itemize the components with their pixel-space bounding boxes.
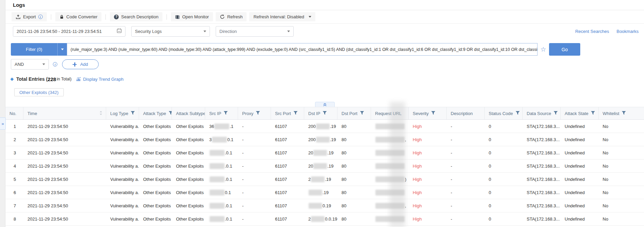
cell-src-port: 61107 — [271, 186, 304, 199]
collapsed-sidebar-strip[interactable] — [0, 0, 5, 227]
column-header-time: Time — [23, 107, 106, 119]
toolbar: ExportiCode Converter?Search Description… — [5, 10, 644, 24]
filter-funnel-icon[interactable] — [323, 111, 327, 116]
refresh-button[interactable]: Refresh — [216, 12, 247, 21]
log-category-select[interactable]: Security Logs — [131, 26, 210, 37]
cell-dst-ip: 0.19 — [304, 199, 337, 212]
table-row[interactable]: 32021-11-29 23:54:50Vulnerability a...Ot… — [5, 146, 644, 159]
redacted-block — [210, 216, 225, 222]
table-row[interactable]: 52021-11-29 23:54:50Vulnerability a...Ot… — [5, 173, 644, 186]
cell-text: No — [603, 164, 608, 169]
display-trend-graph-link[interactable]: Display Trend Graph — [76, 77, 123, 82]
table-row[interactable]: 72021-11-29 23:54:50Vulnerability a...Ot… — [5, 199, 644, 212]
filter-dropdown-toggle[interactable] — [57, 43, 67, 56]
sort-icon[interactable] — [99, 111, 102, 116]
search-description-button[interactable]: ?Search Description — [110, 12, 162, 21]
filter-funnel-icon[interactable] — [553, 111, 558, 116]
bookmarks-link[interactable]: Bookmarks — [617, 29, 639, 34]
cell-attack-state: Undefined — [561, 159, 599, 172]
date-range-input[interactable]: 2021-11-26 23:54:50 - 2021-11-29 23:54:5… — [13, 26, 125, 37]
collapse-table-tab[interactable] — [315, 102, 335, 107]
cell-text: 80 — [341, 124, 346, 129]
cell-text: .19 — [325, 177, 331, 182]
log-category-value: Security Logs — [135, 29, 162, 34]
table-row[interactable]: 62021-11-29 23:54:50Vulnerability a...Ot… — [5, 186, 644, 199]
other-exploits-chip[interactable]: Other Exploits (342) — [14, 88, 64, 96]
filter-funnel-icon[interactable] — [591, 111, 595, 116]
filter-funnel-icon[interactable] — [169, 111, 172, 116]
filter-row: Filter (0) (rule_major_type:3) AND (rule… — [11, 43, 639, 56]
cell-severity: High — [409, 212, 447, 225]
table-row[interactable]: 42021-11-29 23:54:50Vulnerability a...Ot… — [5, 159, 644, 173]
add-condition-button[interactable]: Add — [62, 59, 99, 69]
cell-text: .1 — [230, 124, 233, 129]
filter-funnel-icon[interactable] — [293, 111, 298, 116]
cell-src-port: 61107 — [271, 212, 304, 225]
direction-select[interactable]: Direction — [216, 26, 294, 37]
redacted-block — [375, 163, 405, 169]
column-label: Attack Type — [143, 111, 166, 116]
cell-attack-type: Other Exploits — [139, 199, 172, 212]
cell-attack-type: Other Exploits — [139, 173, 172, 186]
redacted-block — [313, 150, 327, 156]
cell-text: Other Exploits — [143, 216, 171, 222]
cell-text: .0.1 — [225, 216, 232, 222]
cell-text: 2021-11-29 23:54:50 — [27, 164, 68, 169]
export-icon — [16, 15, 21, 19]
redacted-block — [375, 150, 405, 156]
redacted-block — [210, 203, 225, 209]
bookmark-star-icon[interactable]: ☆ — [538, 43, 549, 56]
cell-severity: High — [409, 199, 447, 212]
cell-text: Undefined — [565, 177, 585, 182]
table-row[interactable]: 12021-11-29 23:54:50Vulnerability a...Ot… — [5, 120, 644, 133]
code-converter-button[interactable]: Code Converter — [55, 12, 102, 21]
cell-text: 0.0.19 — [325, 216, 337, 222]
toolbar-button-label: Refresh — [227, 14, 243, 19]
recent-searches-link[interactable]: Recent Searches — [575, 29, 609, 34]
filter-funnel-icon[interactable] — [223, 111, 228, 116]
refresh-interval-disabled-button[interactable]: Refresh Interval: Disabled — [249, 12, 315, 21]
export-button[interactable]: Exporti — [12, 12, 47, 21]
filter-button[interactable]: Filter (0) — [11, 43, 67, 56]
filter-funnel-icon[interactable] — [515, 111, 520, 116]
cell-dst-port: 80 — [337, 173, 371, 186]
cell-text: No — [603, 216, 608, 222]
cell-whitelist: No — [599, 120, 637, 133]
cell-text: Other Exploits — [176, 190, 204, 195]
cell-text: Vulnerability a... — [110, 177, 139, 182]
filter-query-text: (rule_major_type:3) AND (rule_minor_type… — [71, 47, 538, 52]
cell-text: Other Exploits — [176, 137, 204, 142]
cell-dst-port: 80 — [337, 199, 371, 212]
column-label: Data Source — [527, 111, 551, 116]
filter-query-input[interactable]: (rule_major_type:3) AND (rule_minor_type… — [67, 43, 538, 56]
cell-text: .19 — [330, 137, 336, 142]
total-entries-count: 228 — [47, 76, 56, 82]
filter-funnel-icon[interactable] — [622, 111, 626, 116]
logic-operator-select[interactable]: AND — [11, 59, 49, 70]
cell-text: Other Exploits — [143, 203, 171, 208]
cell-src-port: 61107 — [271, 133, 304, 146]
column-label: Src IP — [209, 111, 221, 116]
filter-funnel-icon[interactable] — [131, 111, 135, 116]
cell-severity: High — [409, 120, 447, 133]
cell-time: 2021-11-29 23:54:50 — [23, 186, 106, 199]
cell-src-port: 61107 — [271, 199, 304, 212]
filter-funnel-icon[interactable] — [431, 111, 435, 116]
go-button[interactable]: Go — [549, 43, 580, 56]
cell-text: 61107 — [275, 216, 287, 222]
cell-text: 2021-11-29 23:54:50 — [27, 124, 68, 129]
table-row[interactable]: 22021-11-29 23:54:50Vulnerability a...Ot… — [5, 133, 644, 146]
filter-funnel-icon[interactable] — [256, 111, 260, 116]
cell-text: Vulnerability a... — [110, 203, 139, 208]
toolbar-button-label: Open Monitor — [182, 14, 209, 19]
table-row[interactable]: 82021-11-29 23:54:50Vulnerability a...Ot… — [5, 212, 644, 226]
open-monitor-button[interactable]: Open Monitor — [171, 12, 213, 21]
double-chevron-up-icon — [323, 103, 327, 107]
total-entries-prefix: Total Entries ( — [16, 76, 47, 82]
cell-no: 3 — [5, 146, 23, 159]
filter-funnel-icon[interactable] — [360, 111, 364, 116]
expand-panel-handle[interactable]: » — [0, 117, 6, 130]
cell-text: STA(172.168.3... — [527, 177, 560, 182]
cell-status-code: 0 — [485, 173, 523, 186]
column-header-attack-type: Attack Type — [139, 107, 172, 119]
